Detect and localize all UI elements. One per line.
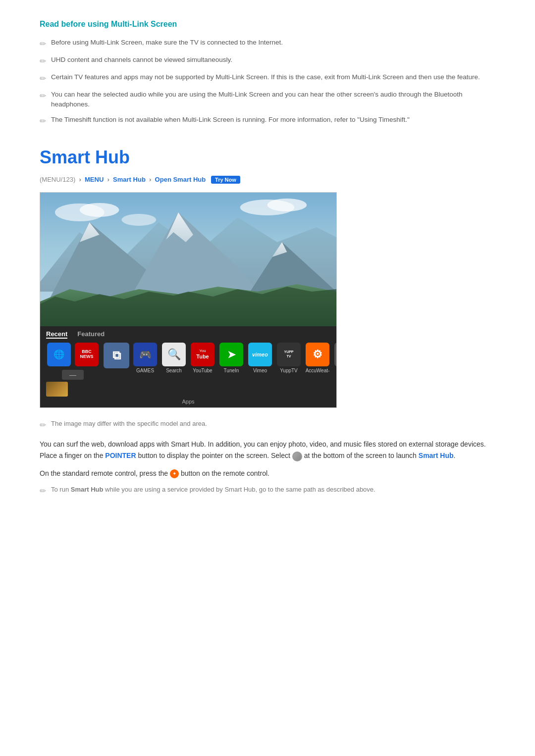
app-mycon[interactable]: 🗂 MY CON	[333, 343, 337, 373]
app-vimeo-label: Vimeo	[253, 368, 267, 373]
remote-button-icon: ✦	[170, 469, 179, 478]
breadcrumb: (MENU/123) › MENU › Smart Hub › Open Sma…	[40, 176, 495, 183]
note-icon-4: ✏	[40, 90, 46, 102]
image-note: ✏ The image may differ with the specific…	[40, 420, 495, 430]
app-yupptv-label: YuppTV	[280, 368, 298, 373]
app-yupptv-icon: YUPPTV	[277, 343, 301, 366]
app-web[interactable]: 🌐	[46, 343, 72, 368]
app-games-icon: 🎮	[133, 343, 157, 366]
app-tunein[interactable]: ➤ TuneIn	[218, 343, 244, 373]
app-mycon-icon: 🗂	[334, 343, 337, 366]
breadcrumb-menu: MENU	[85, 176, 104, 183]
hub-tabs: Recent Featured	[46, 330, 330, 339]
hub-apps-row: 🌐 BBCNEWS —	[46, 343, 330, 397]
smart-hub-link-1[interactable]: Smart Hub	[419, 452, 454, 459]
app-games-label: GAMES	[136, 368, 154, 373]
note-item-4: ✏ You can hear the selected audio while …	[40, 90, 495, 110]
note-icon-2: ✏	[40, 55, 46, 67]
app-multilink-icon: ⧉	[104, 343, 129, 368]
mountain-svg	[40, 193, 336, 326]
app-vimeo[interactable]: vimeo Vimeo	[247, 343, 273, 373]
tv-background	[40, 193, 336, 326]
app-search-icon: 🔍	[162, 343, 186, 366]
left-apps-group: 🌐 BBCNEWS —	[46, 343, 100, 397]
svg-point-2	[80, 203, 119, 217]
note-text-4: You can hear the selected audio while yo…	[51, 90, 495, 110]
bottom-note-text: To run Smart Hub while you are using a s…	[51, 486, 375, 493]
hub-tab-recent[interactable]: Recent	[46, 330, 67, 339]
app-youtube-icon: You Tube	[191, 343, 214, 366]
app-youtube-label: YouTube	[193, 368, 212, 373]
note-text-2: UHD content and channels cannot be viewe…	[51, 55, 232, 65]
apps-label-row: Apps	[46, 399, 330, 404]
image-note-icon: ✏	[40, 420, 46, 430]
body-paragraph-1: You can surf the web, download apps with…	[40, 439, 495, 462]
left-apps-top: 🌐 BBCNEWS	[46, 343, 100, 368]
search-magnifier-icon: 🔍	[167, 348, 181, 361]
app-multilink[interactable]: ⧉	[104, 343, 129, 370]
svg-point-5	[267, 199, 307, 211]
smart-hub-title: Smart Hub	[40, 147, 495, 168]
note-icon-3: ✏	[40, 73, 46, 85]
app-mycon-label: MY CON	[336, 368, 337, 373]
pointer-link[interactable]: POINTER	[105, 452, 136, 459]
breadcrumb-smart-hub: Smart Hub	[113, 176, 146, 183]
app-remove-icon[interactable]: —	[62, 370, 84, 380]
note-item-3: ✏ Certain TV features and apps may not b…	[40, 72, 495, 85]
app-search[interactable]: 🔍 Search	[161, 343, 187, 373]
note-item-2: ✏ UHD content and channels cannot be vie…	[40, 55, 495, 67]
yupptv-text: YUPPTV	[284, 350, 293, 358]
youtube-tube-text: Tube	[195, 353, 210, 360]
app-web-icon: 🌐	[47, 343, 71, 366]
app-yupptv[interactable]: YUPPTV YuppTV	[276, 343, 302, 373]
app-tunein-icon: ➤	[219, 343, 243, 366]
body-paragraph-2: On the standard remote control, press th…	[40, 468, 495, 480]
app-accuweather-label: AccuWeat-	[306, 368, 330, 373]
apps-center-label: Apps	[182, 399, 194, 404]
note-text-3: Certain TV features and apps may not be …	[51, 72, 480, 82]
app-bbc-icon: BBCNEWS	[75, 343, 99, 366]
app-vimeo-icon: vimeo	[248, 343, 272, 366]
read-before-title: Read before using Multi-Link Screen	[40, 20, 495, 29]
read-before-section: Read before using Multi-Link Screen ✏ Be…	[40, 20, 495, 127]
smart-hub-section: Smart Hub (MENU/123) › MENU › Smart Hub …	[40, 147, 495, 496]
app-search-label: Search	[166, 368, 182, 373]
bottom-note-icon: ✏	[40, 486, 46, 496]
tv-screenshot: Recent Featured 🌐 BBCNEWS	[40, 192, 337, 408]
note-icon-1: ✏	[40, 38, 46, 50]
app-bbc[interactable]: BBCNEWS	[74, 343, 100, 368]
smart-hub-link-2[interactable]: Smart Hub	[71, 486, 104, 493]
note-item-5: ✏ The Timeshift function is not availabl…	[40, 115, 495, 127]
body-text-2a: On the standard remote control, press th…	[40, 469, 170, 477]
note-list: ✏ Before using Multi-Link Screen, make s…	[40, 38, 495, 127]
note-text-5: The Timeshift function is not available …	[51, 115, 410, 125]
body-text-2b: button on the remote control.	[179, 469, 269, 477]
app-youtube[interactable]: You Tube YouTube	[190, 343, 215, 373]
app-accuweather[interactable]: ⚙ AccuWeat-	[305, 343, 330, 373]
try-now-badge[interactable]: Try Now	[211, 176, 240, 184]
note-item-1: ✏ Before using Multi-Link Screen, make s…	[40, 38, 495, 50]
smart-hub-launch-icon	[292, 452, 302, 461]
svg-point-3	[121, 214, 156, 226]
app-remove-row: —	[46, 370, 100, 380]
youtube-you-text: You	[199, 349, 206, 353]
breadcrumb-menu-code: (MENU/123)	[40, 176, 75, 183]
note-icon-5: ✏	[40, 115, 46, 127]
app-games[interactable]: 🎮 GAMES	[132, 343, 158, 373]
app-thumbnail	[46, 382, 68, 397]
breadcrumb-open-smart-hub: Open Smart Hub	[155, 176, 206, 183]
body-text-1c: at the bottom of the screen to launch	[302, 452, 419, 459]
app-tunein-label: TuneIn	[224, 368, 239, 373]
body-text-1d: .	[454, 452, 456, 459]
bottom-note: ✏ To run Smart Hub while you are using a…	[40, 486, 495, 496]
body-text-1b: button to display the pointer on the scr…	[136, 452, 292, 459]
app-accuweather-icon: ⚙	[306, 343, 329, 366]
note-text-1: Before using Multi-Link Screen, make sur…	[51, 38, 283, 48]
hub-tab-featured[interactable]: Featured	[77, 330, 105, 339]
hub-bar: Recent Featured 🌐 BBCNEWS	[40, 326, 336, 407]
vimeo-text: vimeo	[252, 352, 268, 357]
image-note-text: The image may differ with the specific m…	[51, 420, 207, 427]
